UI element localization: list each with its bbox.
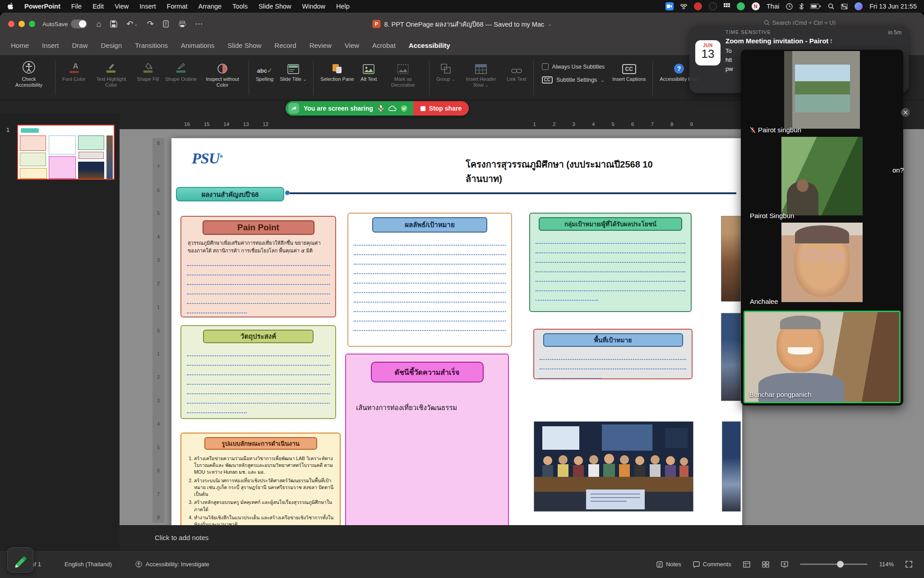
dropbox-icon[interactable] xyxy=(680,4,687,9)
spotlight-icon[interactable] xyxy=(828,3,834,9)
outcomes-box[interactable]: ผลลัพธ์/เป้าหมาย xyxy=(347,213,512,347)
insert-header-row-chevron-icon[interactable]: ⌄ xyxy=(485,83,489,88)
tab-design[interactable]: Design xyxy=(101,42,122,49)
menu-view[interactable]: View xyxy=(115,3,129,10)
menu-arrange[interactable]: Arrange xyxy=(199,3,222,10)
tab-view[interactable]: View xyxy=(345,42,359,49)
input-source-label[interactable]: Thai xyxy=(767,3,779,10)
participant-tile[interactable]: Pairot singbun xyxy=(741,50,903,135)
zoom-slider-knob[interactable] xyxy=(837,561,844,568)
menu-app-name[interactable]: PowerPoint xyxy=(24,3,60,10)
swirl-app-icon[interactable] xyxy=(694,2,702,10)
dark-app-icon[interactable] xyxy=(709,2,717,10)
link-text-button[interactable]: Link Text xyxy=(504,60,529,84)
slide-sorter-view-button[interactable] xyxy=(762,561,769,568)
tab-transitions[interactable]: Transitions xyxy=(135,42,168,49)
group-button[interactable]: Group ⌄ xyxy=(433,60,458,84)
tab-insert[interactable]: Insert xyxy=(42,42,59,49)
undo-chevron-icon[interactable]: ⌄ xyxy=(134,22,138,27)
menu-tools[interactable]: Tools xyxy=(232,3,248,10)
zoom-level[interactable]: 114% xyxy=(879,561,894,568)
slide-title-button[interactable]: Slide Title ⌄ xyxy=(277,60,310,84)
insert-header-row-button[interactable]: Insert Header Row ⌄ xyxy=(458,60,504,90)
menu-insert[interactable]: Insert xyxy=(139,3,156,10)
implementation-box[interactable]: รูปแบบลักษณะการดำเนินงาน สร้างเครือข่ายค… xyxy=(180,433,341,533)
green-app-icon[interactable] xyxy=(737,2,745,10)
minimize-window-button[interactable] xyxy=(18,21,25,27)
undo-icon[interactable]: ↶ xyxy=(126,19,133,29)
home-icon[interactable]: ⌂ xyxy=(96,19,101,29)
print-icon[interactable] xyxy=(179,21,186,28)
selection-pane-button[interactable]: Selection Pane xyxy=(317,60,357,84)
comments-toggle-button[interactable]: Comments xyxy=(693,561,731,568)
n-app-icon[interactable]: N xyxy=(752,2,760,10)
slide-tag-pill[interactable]: ผลงานสำคัญงบปี'68 xyxy=(176,187,284,201)
zoom-camera-icon[interactable] xyxy=(665,2,674,10)
new-slide-icon[interactable] xyxy=(163,20,170,28)
text-highlight-color-button[interactable]: Text Highlight Color xyxy=(88,60,134,90)
slide-heading[interactable]: โครงการสุวรรณภูมิศึกษา (งบประมาณปี2568 1… xyxy=(466,157,655,186)
mark-as-decorative-button[interactable]: Mark as Decorative xyxy=(380,60,425,90)
notification-close-icon[interactable] xyxy=(901,107,910,117)
group-chevron-icon[interactable]: ⌄ xyxy=(452,77,455,82)
shape-fill-button[interactable]: Shape Fill xyxy=(134,60,162,84)
clock-icon[interactable] xyxy=(786,3,793,10)
document-title[interactable]: 8. PPT OnePage ผลงานสำคัญปี68 — Saved to… xyxy=(384,19,544,29)
more-toolbar-icon[interactable]: ⋯ xyxy=(195,19,203,29)
participant-tile[interactable]: Pairot Singbun xyxy=(741,135,903,221)
tab-accessibility[interactable]: Accessibility xyxy=(409,42,450,49)
target-area-box[interactable]: พื้นที่เป้าหมาย xyxy=(533,329,693,379)
menu-format[interactable]: Format xyxy=(167,3,188,10)
zoom-participants-panel[interactable]: Pairot singbun Pairot Singbun Anchalee B… xyxy=(741,50,903,406)
notes-area[interactable]: Click to add notes xyxy=(120,525,924,550)
menu-file[interactable]: File xyxy=(71,3,82,10)
grid-app-icon[interactable] xyxy=(724,3,730,9)
zoom-window-button[interactable] xyxy=(29,21,35,27)
inspect-without-color-button[interactable]: Inspect without Color xyxy=(200,60,245,90)
target-group-box[interactable]: กลุ่มเป้าหมาย/ผู้ที่ได้รับผลประโยชน์ xyxy=(529,213,692,312)
tab-record[interactable]: Record xyxy=(274,42,296,49)
zoom-slider[interactable] xyxy=(800,564,868,565)
notes-toggle-button[interactable]: Notes xyxy=(656,561,681,568)
menu-help[interactable]: Help xyxy=(336,3,350,10)
menu-slide-show[interactable]: Slide Show xyxy=(259,3,291,10)
annotate-pencil-tool[interactable] xyxy=(7,547,33,573)
title-chevron-icon[interactable]: ⌄ xyxy=(548,22,551,27)
pain-point-box[interactable]: Pain Point สุวรรณภูมิศึกษาเพื่อเสริมค่าก… xyxy=(180,216,336,317)
font-color-button[interactable]: A Font Color xyxy=(59,60,88,84)
close-window-button[interactable] xyxy=(8,21,14,27)
tab-draw[interactable]: Draw xyxy=(72,42,88,49)
slide-title-chevron-icon[interactable]: ⌄ xyxy=(303,77,306,82)
always-use-subtitles-checkbox[interactable]: Always Use Subtitles xyxy=(542,63,605,70)
subtitle-settings-dropdown[interactable]: CC Subtitle Settings ⌄ xyxy=(542,76,605,84)
language-indicator[interactable]: English (Thailand) xyxy=(53,561,124,568)
objectives-box[interactable]: วัตถุประสงค์ xyxy=(180,325,336,419)
tab-home[interactable]: Home xyxy=(11,42,29,49)
tab-slide-show[interactable]: Slide Show xyxy=(227,42,261,49)
slide-canvas[interactable]: PSU● โครงการสุวรรณภูมิศึกษา (งบประมาณปี2… xyxy=(171,138,742,536)
stop-share-button[interactable]: Stop share xyxy=(413,101,469,116)
check-accessibility-button[interactable]: Check Accessibility xyxy=(6,60,51,90)
shape-outline-button[interactable]: Shape Outline xyxy=(162,60,200,84)
normal-view-button[interactable] xyxy=(743,561,750,568)
participant-tile-active[interactable]: Bunchar pongpanich xyxy=(741,311,903,403)
autosave-toggle[interactable] xyxy=(71,19,87,28)
slide-thumbnail[interactable] xyxy=(17,125,115,180)
tab-review[interactable]: Review xyxy=(310,42,332,49)
siri-icon[interactable] xyxy=(855,2,863,10)
kpi-box[interactable]: ดัชนีชี้วัดความสำเร็จ เส้นทางการท่องเที่… xyxy=(345,354,509,533)
redo-icon[interactable]: ↷ xyxy=(147,19,154,29)
menu-clock-label[interactable]: Fri 13 Jun 21:55 xyxy=(869,3,917,10)
control-center-icon[interactable] xyxy=(841,4,848,9)
fit-to-window-icon[interactable] xyxy=(906,561,912,568)
bluetooth-icon[interactable] xyxy=(799,3,804,9)
slideshow-view-button[interactable] xyxy=(781,561,788,568)
spelling-button[interactable]: abc✓ Spelling xyxy=(253,60,277,84)
save-icon[interactable] xyxy=(110,20,117,28)
menu-window[interactable]: Window xyxy=(302,3,326,10)
tab-acrobat[interactable]: Acrobat xyxy=(372,42,396,49)
tab-animations[interactable]: Animations xyxy=(181,42,214,49)
battery-icon[interactable] xyxy=(810,4,821,9)
apple-menu-icon[interactable] xyxy=(7,3,14,10)
insert-captions-button[interactable]: CC Insert Captions xyxy=(609,60,649,84)
